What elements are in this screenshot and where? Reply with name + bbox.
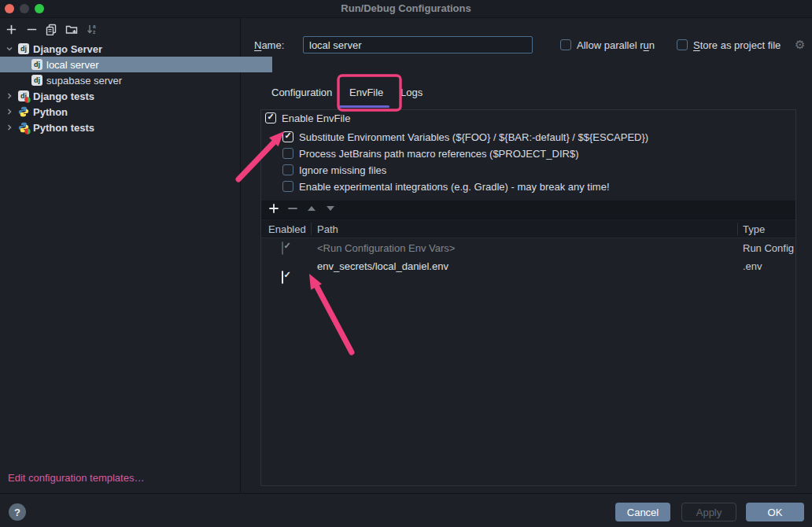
process-path-macro-checkbox[interactable] <box>282 148 293 159</box>
chevron-right-icon[interactable] <box>5 123 14 132</box>
sidebar-item-python-tests[interactable]: Python tests <box>0 120 245 135</box>
enable-envfile-checkbox[interactable] <box>265 112 276 123</box>
tree-item-label: supabase server <box>46 75 122 87</box>
sidebar-item-local-server[interactable]: dj local server <box>0 57 272 72</box>
allow-parallel-run-checkbox[interactable] <box>560 39 571 50</box>
name-label: Name: <box>254 39 284 51</box>
tree-item-label: Django Server <box>33 43 102 55</box>
move-down-icon[interactable] <box>325 203 336 216</box>
process-path-macro-label: Process JetBrains path macro references … <box>299 148 578 160</box>
enable-envfile-option[interactable]: Enable EnvFile <box>265 110 350 126</box>
active-tab-underline <box>338 105 389 108</box>
tab-logs[interactable]: Logs <box>400 87 423 98</box>
row-path: env_secrets/local_daniel.env <box>317 260 448 272</box>
env-files-table-header <box>261 220 795 238</box>
ignore-missing-files-option[interactable]: Ignore missing files <box>282 162 386 178</box>
enable-envfile-label: Enable EnvFile <box>282 112 350 124</box>
new-folder-icon[interactable] <box>65 22 79 36</box>
tree-item-label: Python <box>33 106 68 118</box>
experimental-integrations-label: Enable experimental integrations (e.g. G… <box>299 181 610 193</box>
remove-env-file-icon[interactable] <box>287 203 298 216</box>
run-debug-configurations-dialog: Run/Debug Configurations a z dj Django <box>0 0 812 527</box>
row-enabled-checkbox <box>282 241 283 255</box>
footer-divider <box>0 493 812 494</box>
add-configuration-icon[interactable] <box>4 22 18 36</box>
django-icon: dj <box>18 43 29 54</box>
column-header-enabled: Enabled <box>268 223 306 235</box>
substitute-env-vars-label: Substitute Environment Variables (${FOO}… <box>299 131 648 143</box>
ok-button[interactable]: OK <box>746 503 804 521</box>
store-as-project-file-option[interactable]: Store as project file <box>677 39 781 51</box>
row-enabled-checkbox[interactable] <box>282 271 283 284</box>
sidebar-item-django-tests[interactable]: dj Django tests <box>0 88 245 104</box>
python-icon <box>18 106 29 117</box>
sidebar-item-python[interactable]: Python <box>0 104 245 120</box>
cancel-button[interactable]: Cancel <box>615 503 670 521</box>
column-header-path: Path <box>317 223 338 235</box>
edit-configuration-templates-link[interactable]: Edit configuration templates… <box>8 472 144 484</box>
window-title: Run/Debug Configurations <box>0 0 812 17</box>
column-divider <box>737 223 738 235</box>
process-path-macro-option[interactable]: Process JetBrains path macro references … <box>282 146 578 161</box>
allow-parallel-run-option[interactable]: Allow parallel run <box>560 39 655 51</box>
tab-configuration[interactable]: Configuration <box>271 87 332 98</box>
sidebar-item-django-server[interactable]: dj Django Server <box>0 41 245 57</box>
row-type: Run Config <box>743 242 794 254</box>
row-type: .env <box>743 260 762 272</box>
tree-item-label: Django tests <box>33 90 94 102</box>
substitute-env-vars-option[interactable]: Substitute Environment Variables (${FOO}… <box>282 129 648 145</box>
sidebar-item-supabase-server[interactable]: dj supabase server <box>0 72 272 88</box>
svg-text:z: z <box>93 29 96 35</box>
experimental-integrations-checkbox[interactable] <box>282 181 293 192</box>
chevron-right-icon[interactable] <box>5 107 14 116</box>
column-header-type: Type <box>743 223 765 235</box>
python-tests-icon <box>18 122 29 133</box>
ignore-missing-files-checkbox[interactable] <box>282 164 293 175</box>
name-input[interactable] <box>303 36 533 53</box>
tab-envfile[interactable]: EnvFile <box>349 87 383 98</box>
row-path: <Run Configuration Env Vars> <box>317 242 455 254</box>
store-as-project-file-checkbox[interactable] <box>677 39 688 50</box>
sort-configurations-icon[interactable]: a z <box>85 22 99 36</box>
chevron-right-icon[interactable] <box>5 91 14 101</box>
ignore-missing-files-label: Ignore missing files <box>299 164 386 176</box>
add-env-file-icon[interactable] <box>268 203 279 216</box>
column-divider <box>311 223 312 235</box>
django-icon: dj <box>31 75 42 86</box>
tree-item-label: Python tests <box>33 122 94 134</box>
apply-button[interactable]: Apply <box>681 503 736 521</box>
allow-parallel-run-label: Allow parallel run <box>577 39 655 51</box>
title-bar: Run/Debug Configurations <box>0 0 812 18</box>
django-icon: dj <box>31 59 42 70</box>
help-button[interactable]: ? <box>9 503 26 521</box>
remove-configuration-icon[interactable] <box>24 22 39 36</box>
tree-item-label: local server <box>46 59 98 71</box>
django-tests-icon: dj <box>18 90 29 101</box>
settings-gear-icon[interactable]: ⚙ <box>795 38 805 52</box>
experimental-integrations-option[interactable]: Enable experimental integrations (e.g. G… <box>282 179 610 194</box>
env-files-table-toolbar <box>261 201 795 219</box>
store-as-project-file-label: Store as project file <box>693 39 781 51</box>
chevron-down-icon[interactable] <box>5 44 14 53</box>
move-up-icon[interactable] <box>306 203 317 216</box>
copy-configuration-icon[interactable] <box>44 22 58 36</box>
substitute-env-vars-checkbox[interactable] <box>282 131 293 142</box>
